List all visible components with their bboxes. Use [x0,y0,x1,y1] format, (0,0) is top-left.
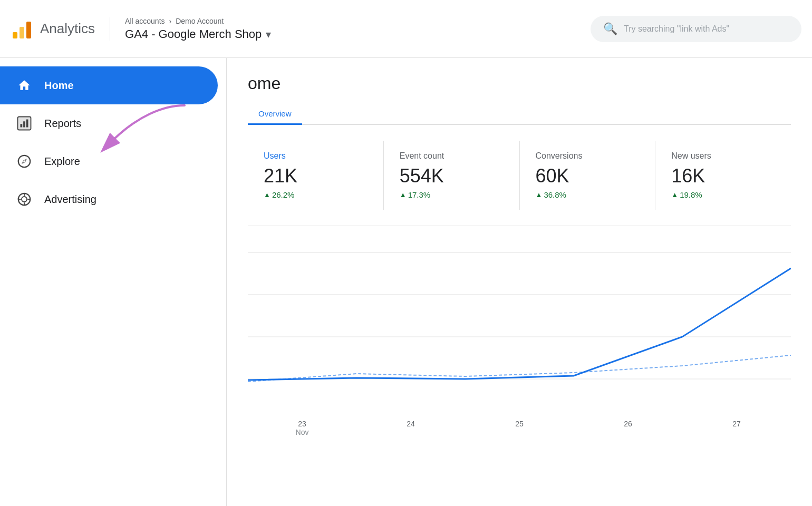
tabs-bar: Overview [248,104,791,125]
metric-event-count[interactable]: Event count 554K ▲ 17.3% [384,141,520,210]
metric-users-value: 21K [264,165,368,187]
chart-area: 23 Nov 24 25 26 27 [248,226,791,436]
sidebar-item-home[interactable]: Home [0,66,218,104]
metric-conversions-change-text: 36.8% [544,190,566,199]
metric-event-change-text: 17.3% [408,190,431,199]
sidebar-item-explore-label: Explore [44,155,80,168]
property-dropdown-icon: ▾ [266,28,271,41]
metric-conversions[interactable]: Conversions 60K ▲ 36.8% [520,141,656,210]
metric-conversions-arrow-icon: ▲ [536,191,543,199]
metric-users-label: Users [264,151,368,161]
svg-rect-7 [26,120,28,128]
header: Analytics All accounts › Demo Account GA… [0,0,812,58]
metric-new-users-label: New users [671,151,775,161]
x-label-25: 25 [465,420,574,436]
breadcrumb[interactable]: All accounts › Demo Account [125,17,271,25]
main-layout: Home Reports [0,58,812,506]
metric-new-users[interactable]: New users 16K ▲ 19.8% [655,141,791,210]
svg-rect-2 [26,22,31,38]
x-label-24: 24 [356,420,465,436]
metric-event-arrow-icon: ▲ [400,191,407,199]
metric-new-users-change: ▲ 19.8% [671,190,775,199]
svg-point-9 [23,160,25,162]
svg-rect-0 [13,32,17,38]
x-label-26: 26 [574,420,682,436]
property-name-text: GA4 - Google Merch Shop [125,27,262,41]
metric-new-users-value: 16K [671,165,775,187]
breadcrumb-all-accounts[interactable]: All accounts [125,17,165,25]
sidebar-item-reports[interactable]: Reports [0,104,218,142]
property-selector[interactable]: GA4 - Google Merch Shop ▾ [125,27,271,41]
svg-rect-5 [21,124,23,127]
metric-conversions-change: ▲ 36.8% [536,190,640,199]
tab-overview[interactable]: Overview [248,104,302,125]
sidebar: Home Reports [0,58,227,506]
metric-users[interactable]: Users 21K ▲ 26.2% [248,141,384,210]
search-icon: 🔍 [603,22,617,36]
explore-icon [15,152,34,171]
search-bar[interactable]: 🔍 Try searching "link with Ads" [591,16,801,42]
sidebar-item-reports-label: Reports [44,118,81,130]
metric-event-value: 554K [400,165,504,187]
sidebar-item-advertising-label: Advertising [44,193,96,206]
breadcrumb-demo-account[interactable]: Demo Account [176,17,224,25]
sidebar-item-home-label: Home [44,80,74,92]
metric-new-users-arrow-icon: ▲ [671,191,678,199]
analytics-logo-icon [11,17,34,41]
logo-section: Analytics [11,17,110,41]
x-label-23: 23 Nov [248,420,356,436]
logo-text: Analytics [40,21,95,37]
metric-event-change: ▲ 17.3% [400,190,504,199]
metric-users-change-text: 26.2% [272,190,295,199]
advertising-icon [15,190,34,209]
metric-conversions-value: 60K [536,165,640,187]
content-area: ome Overview Users 21K ▲ 26.2% [227,58,812,506]
home-icon [15,76,34,95]
metric-event-label: Event count [400,151,504,161]
x-label-27: 27 [682,420,791,436]
page-title: ome [248,74,791,93]
svg-point-12 [22,197,27,202]
metric-users-arrow-icon: ▲ [264,191,270,199]
breadcrumb-section: All accounts › Demo Account GA4 - Google… [125,17,271,41]
search-placeholder-text: Try searching "link with Ads" [624,24,729,34]
sidebar-item-explore[interactable]: Explore [0,142,218,180]
metric-conversions-label: Conversions [536,151,640,161]
svg-rect-1 [20,27,24,38]
metrics-row: Users 21K ▲ 26.2% Event count 554K ▲ 17.… [248,141,791,210]
metric-users-change: ▲ 26.2% [264,190,368,199]
sidebar-item-advertising[interactable]: Advertising [0,180,218,218]
line-chart [248,226,791,405]
svg-rect-6 [23,121,25,127]
breadcrumb-chevron-icon: › [169,17,172,25]
reports-icon [15,114,34,133]
metric-new-users-change-text: 19.8% [680,190,702,199]
